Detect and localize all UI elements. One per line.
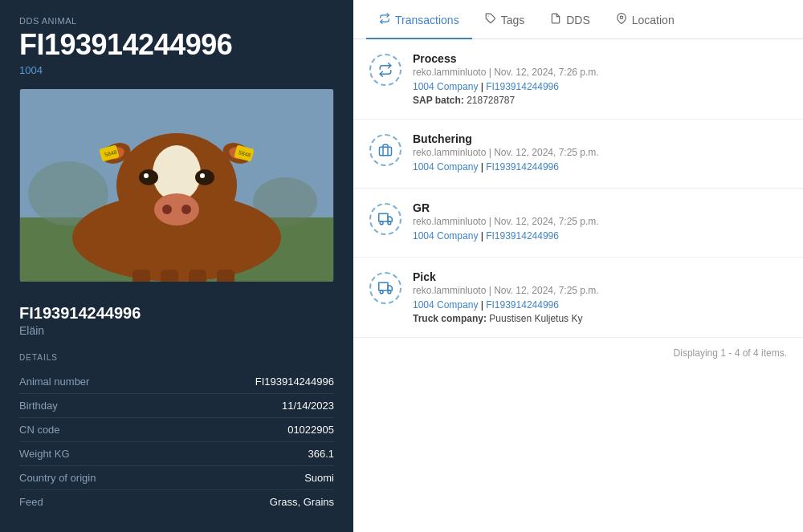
transaction-content: Process reko.lamminluoto | Nov. 12, 2024…: [413, 52, 787, 106]
pin-icon: [616, 13, 627, 26]
svg-rect-24: [189, 270, 206, 282]
tab-transactions[interactable]: Transactions: [366, 0, 472, 39]
svg-point-35: [380, 290, 383, 294]
arrows-icon: [379, 13, 390, 26]
svg-marker-34: [388, 286, 392, 290]
detail-value: 01022905: [287, 424, 334, 436]
record-id: 1004: [19, 64, 334, 76]
detail-key: Birthday: [19, 400, 132, 412]
svg-point-31: [380, 221, 383, 225]
detail-row: Feed Grass, Grains: [19, 490, 334, 514]
cow-illustration: 5848 5848: [19, 89, 334, 282]
detail-key: Country of origin: [19, 472, 132, 484]
detail-value: 366.1: [308, 448, 334, 460]
left-header: DDS ANIMAL FI193914244996 1004: [0, 0, 353, 89]
tag-icon: [485, 13, 496, 26]
details-section: DETAILS Animal number FI193914244996 Bir…: [0, 343, 353, 532]
tab-tags[interactable]: Tags: [472, 0, 538, 39]
transaction-title: Pick: [413, 270, 787, 283]
transaction-item: Pick reko.lamminluoto | Nov. 12, 2024, 7…: [353, 258, 803, 338]
svg-rect-29: [379, 213, 388, 221]
detail-row: Animal number FI193914244996: [19, 370, 334, 394]
transaction-meta: reko.lamminluoto | Nov. 12, 2024, 7:25 p…: [413, 285, 787, 296]
transaction-title: Butchering: [413, 132, 787, 145]
right-panel: Transactions Tags DDS: [353, 0, 803, 532]
svg-rect-22: [132, 270, 150, 282]
svg-rect-23: [161, 270, 178, 282]
svg-point-27: [620, 16, 623, 19]
tabs-bar: Transactions Tags DDS: [353, 0, 803, 39]
svg-point-15: [154, 193, 199, 225]
detail-key: Weight KG: [19, 448, 132, 460]
transaction-content: Pick reko.lamminluoto | Nov. 12, 2024, 7…: [413, 270, 787, 324]
detail-key: CN code: [19, 424, 132, 436]
svg-rect-33: [379, 282, 388, 290]
transaction-links: 1004 Company | FI193914244996: [413, 81, 787, 92]
svg-point-17: [181, 205, 191, 214]
dds-animal-label: DDS ANIMAL: [19, 16, 334, 26]
transaction-items-container: Process reko.lamminluoto | Nov. 12, 2024…: [353, 39, 803, 338]
company-link[interactable]: 1004 Company: [413, 299, 478, 311]
transaction-icon: [369, 203, 402, 235]
details-rows: Animal number FI193914244996 Birthday 11…: [19, 370, 334, 514]
animal-link[interactable]: FI193914244996: [486, 299, 559, 311]
details-label: DETAILS: [19, 353, 334, 362]
animal-type: Eläin: [19, 324, 334, 337]
displaying-info: Displaying 1 - 4 of 4 items.: [353, 338, 803, 368]
company-link[interactable]: 1004 Company: [413, 81, 478, 92]
transaction-icon: [369, 54, 402, 86]
tab-transactions-label: Transactions: [395, 14, 459, 26]
transaction-meta: reko.lamminluoto | Nov. 12, 2024, 7:25 p…: [413, 147, 787, 158]
cow-image: 5848 5848: [19, 89, 334, 282]
transaction-icon: [369, 272, 402, 304]
svg-point-16: [162, 205, 172, 214]
svg-rect-28: [380, 147, 392, 156]
detail-value: 11/14/2023: [282, 400, 334, 412]
transaction-links: 1004 Company | FI193914244996: [413, 299, 787, 311]
detail-value: Suomi: [304, 472, 334, 484]
detail-row: Weight KG 366.1: [19, 442, 334, 466]
transaction-title: Process: [413, 52, 787, 65]
svg-point-13: [144, 173, 149, 178]
detail-key: Feed: [19, 496, 132, 508]
svg-point-32: [388, 221, 391, 225]
transaction-links: 1004 Company | FI193914244996: [413, 161, 787, 173]
tab-dds[interactable]: DDS: [537, 0, 603, 39]
tab-location[interactable]: Location: [603, 0, 687, 39]
animal-id-text: FI193914244996: [19, 304, 334, 323]
animal-link[interactable]: FI193914244996: [486, 230, 559, 242]
detail-value: Grass, Grains: [270, 496, 334, 508]
svg-marker-30: [388, 217, 392, 221]
detail-key: Animal number: [19, 376, 132, 388]
tab-location-label: Location: [632, 14, 675, 26]
transaction-title: GR: [413, 201, 787, 214]
transaction-extra: Truck company: Puustisen Kuljetus Ky: [413, 313, 787, 324]
transaction-item: Process reko.lamminluoto | Nov. 12, 2024…: [353, 39, 803, 120]
left-panel: DDS ANIMAL FI193914244996 1004: [0, 0, 353, 532]
detail-row: CN code 01022905: [19, 418, 334, 442]
transaction-meta: reko.lamminluoto | Nov. 12, 2024, 7:26 p…: [413, 67, 787, 78]
transaction-item: Butchering reko.lamminluoto | Nov. 12, 2…: [353, 120, 803, 189]
transaction-content: GR reko.lamminluoto | Nov. 12, 2024, 7:2…: [413, 201, 787, 244]
svg-rect-25: [217, 270, 234, 282]
transaction-extra: SAP batch: 218728787: [413, 95, 787, 106]
animal-name-section: FI193914244996 Eläin: [0, 294, 353, 343]
svg-point-12: [195, 169, 214, 185]
svg-point-14: [200, 173, 205, 178]
transaction-content: Butchering reko.lamminluoto | Nov. 12, 2…: [413, 132, 787, 175]
transaction-meta: reko.lamminluoto | Nov. 12, 2024, 7:25 p…: [413, 216, 787, 227]
svg-point-11: [139, 169, 158, 185]
company-link[interactable]: 1004 Company: [413, 230, 478, 242]
detail-row: Birthday 11/14/2023: [19, 394, 334, 418]
transaction-item: GR reko.lamminluoto | Nov. 12, 2024, 7:2…: [353, 189, 803, 258]
animal-link[interactable]: FI193914244996: [486, 161, 559, 173]
company-link[interactable]: 1004 Company: [413, 161, 478, 173]
tab-dds-label: DDS: [566, 14, 590, 26]
animal-main-id: FI193914244996: [19, 29, 334, 61]
transaction-links: 1004 Company | FI193914244996: [413, 230, 787, 242]
transaction-icon: [369, 134, 402, 166]
transactions-list: Process reko.lamminluoto | Nov. 12, 2024…: [353, 39, 803, 532]
detail-value: FI193914244996: [255, 376, 334, 388]
svg-point-36: [388, 290, 391, 294]
animal-link[interactable]: FI193914244996: [486, 81, 559, 92]
